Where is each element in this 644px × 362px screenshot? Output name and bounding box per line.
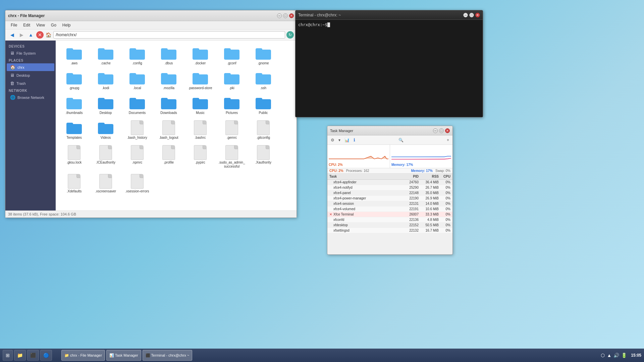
file-item[interactable]: .gemrc bbox=[217, 118, 247, 142]
terminal-content[interactable]: chrx@chrx:~$ bbox=[296, 20, 483, 117]
task-close[interactable]: ✕ bbox=[445, 128, 450, 133]
file-item[interactable]: .bashrc bbox=[185, 118, 215, 142]
file-item[interactable]: .aws bbox=[59, 44, 89, 67]
taskbar-chrome-btn[interactable]: 🔵 bbox=[40, 350, 52, 361]
terminal-minimize[interactable]: ─ bbox=[463, 13, 468, 17]
file-item[interactable]: .docker bbox=[185, 44, 215, 67]
task-row[interactable]: xfce4-panel2214835.0 MiB0% bbox=[327, 190, 452, 196]
file-item[interactable]: .gksu.lock bbox=[59, 143, 89, 171]
menu-help[interactable]: Help bbox=[60, 22, 73, 28]
file-label: .local bbox=[133, 86, 141, 90]
file-item[interactable]: Templates bbox=[59, 118, 89, 142]
file-icon bbox=[99, 174, 112, 189]
task-info-btn[interactable]: ℹ bbox=[352, 137, 357, 143]
file-item[interactable]: .ICEauthority bbox=[91, 143, 121, 171]
taskbar-window-terminal[interactable]: ⬛ Terminal - chrx@chrx ~ bbox=[143, 350, 192, 361]
col-task[interactable]: Task bbox=[329, 175, 404, 178]
task-manager-controls: ─ □ ✕ bbox=[433, 128, 450, 133]
task-rss: 35.0 MiB bbox=[419, 191, 439, 195]
task-manager-window: Task Manager ─ □ ✕ ⚙ ▾ 📊 ℹ 🔍 + CPU: 2% bbox=[327, 126, 453, 255]
minimize-button[interactable]: ─ bbox=[277, 13, 282, 18]
file-item[interactable]: .Xauthority bbox=[248, 143, 278, 171]
col-cpu[interactable]: CPU bbox=[439, 175, 450, 178]
terminal-controls: ─ □ ✕ bbox=[463, 13, 480, 17]
task-row[interactable]: xfsettingsd2213216.7 MiB0% bbox=[327, 228, 452, 233]
task-minimize[interactable]: ─ bbox=[433, 128, 438, 133]
file-item[interactable]: .gnome bbox=[248, 44, 278, 67]
file-label: .gnome bbox=[258, 61, 269, 65]
file-item[interactable]: .npmrc bbox=[122, 143, 152, 171]
taskbar-files-btn[interactable]: 📁 bbox=[14, 350, 26, 361]
reload-button[interactable]: ↻ bbox=[286, 31, 294, 39]
file-item[interactable]: .pki bbox=[217, 69, 247, 92]
sidebar-item-desktop[interactable]: 🖥 Desktop bbox=[7, 71, 54, 79]
file-item[interactable]: .local bbox=[122, 69, 152, 92]
task-row[interactable]: ✕Xfce Terminal2600733.3 MiB0% bbox=[327, 212, 452, 217]
task-graph-btn[interactable]: 📊 bbox=[343, 137, 351, 143]
file-item[interactable]: .ssh bbox=[248, 69, 278, 92]
task-row[interactable]: xfce4-notifyd2529026.7 MiB0% bbox=[327, 185, 452, 190]
file-item[interactable]: .cache bbox=[91, 44, 121, 67]
task-row[interactable]: xfce4-volumed2219110.6 MiB0% bbox=[327, 206, 452, 212]
task-add-btn[interactable]: + bbox=[445, 137, 450, 143]
task-dropdown-btn[interactable]: ▾ bbox=[337, 137, 342, 143]
file-item[interactable]: .gitconfig bbox=[248, 118, 278, 142]
file-item[interactable]: .kodi bbox=[91, 69, 121, 92]
taskbar-terminal-btn[interactable]: ⬛ bbox=[27, 350, 39, 361]
file-item[interactable]: .gnupg bbox=[59, 69, 89, 92]
terminal-close[interactable]: ✕ bbox=[475, 13, 480, 17]
taskbar-window-filemanager[interactable]: 📁 chrx - File Manager bbox=[61, 350, 105, 361]
file-item[interactable]: Music bbox=[185, 94, 215, 117]
file-item[interactable]: .config bbox=[122, 44, 152, 67]
file-item[interactable]: .xscreensaver bbox=[91, 172, 121, 195]
file-item[interactable]: .mozilla bbox=[154, 69, 184, 92]
task-row[interactable]: xfce4-power-manager2219026.9 MiB0% bbox=[327, 196, 452, 201]
file-item[interactable]: Downloads bbox=[154, 94, 184, 117]
taskbar-apps-btn[interactable]: ⊞ bbox=[3, 350, 13, 361]
task-row[interactable]: xfce4-session2213114.0 MiB0% bbox=[327, 201, 452, 206]
file-item[interactable]: Desktop bbox=[91, 94, 121, 117]
file-item[interactable]: .bash_logout bbox=[154, 118, 184, 142]
folder-icon bbox=[98, 121, 113, 134]
sidebar-item-chrx[interactable]: 🏠 chrx bbox=[7, 63, 54, 71]
file-item[interactable]: .dbus bbox=[154, 44, 184, 67]
file-item[interactable]: .pypirc bbox=[185, 143, 215, 171]
col-rss[interactable]: RSS bbox=[419, 175, 439, 178]
task-row[interactable]: xfce4-appfinder2476036.4 MiB0% bbox=[327, 180, 452, 185]
stop-button[interactable]: ✕ bbox=[36, 31, 44, 39]
back-button[interactable]: ◀ bbox=[8, 31, 16, 39]
maximize-button[interactable]: □ bbox=[283, 13, 288, 18]
task-row[interactable]: xfdesktop2215250.5 MiB0% bbox=[327, 223, 452, 228]
sidebar-item-filesystem[interactable]: 🖥 File System bbox=[7, 49, 54, 57]
file-item[interactable]: .sudo_as_admin_successful bbox=[217, 143, 247, 171]
up-button[interactable]: ▲ bbox=[27, 31, 35, 39]
task-processes-btn[interactable]: ⚙ bbox=[329, 137, 336, 143]
menu-file[interactable]: File bbox=[8, 22, 20, 28]
forward-button[interactable]: ▶ bbox=[17, 31, 25, 39]
terminal-maximize[interactable]: □ bbox=[469, 13, 474, 17]
menu-go[interactable]: Go bbox=[48, 22, 59, 28]
file-item[interactable]: Documents bbox=[122, 94, 152, 117]
file-item[interactable]: Pictures bbox=[217, 94, 247, 117]
sidebar-item-browse-network[interactable]: 🌐 Browse Network bbox=[7, 94, 54, 101]
close-button[interactable]: ✕ bbox=[289, 13, 294, 18]
file-item[interactable]: .thumbnails bbox=[59, 94, 89, 117]
task-row[interactable]: xfconfd221364.8 MiB0% bbox=[327, 217, 452, 223]
file-item[interactable]: Public bbox=[248, 94, 278, 117]
menu-view[interactable]: View bbox=[34, 22, 48, 28]
task-maximize[interactable]: □ bbox=[439, 128, 444, 133]
menu-edit[interactable]: Edit bbox=[20, 22, 33, 28]
file-item[interactable]: .Xdefaults bbox=[59, 172, 89, 195]
task-name: xfconfd bbox=[333, 218, 404, 222]
col-pid[interactable]: PID bbox=[404, 175, 419, 178]
file-item[interactable]: Videos bbox=[91, 118, 121, 142]
file-item[interactable]: .xsession-errors bbox=[122, 172, 152, 195]
taskbar-window-taskmanager[interactable]: 📊 Task Manager bbox=[106, 350, 141, 361]
file-item[interactable]: .profile bbox=[154, 143, 184, 171]
file-item[interactable]: .password-store bbox=[185, 69, 215, 92]
task-search-btn[interactable]: 🔍 bbox=[397, 137, 405, 143]
file-item[interactable]: .bash_history bbox=[122, 118, 152, 142]
file-item[interactable]: .gconf bbox=[217, 44, 247, 67]
sidebar-item-trash[interactable]: 🗑 Trash bbox=[7, 79, 54, 87]
location-bar[interactable] bbox=[53, 31, 285, 39]
